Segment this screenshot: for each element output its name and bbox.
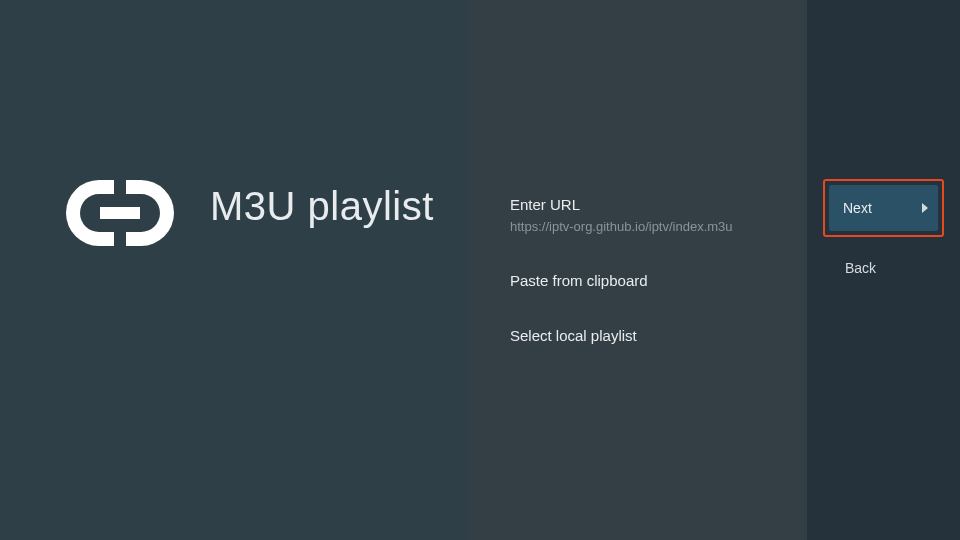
page-title: M3U playlist — [210, 184, 434, 229]
paste-clipboard-label: Paste from clipboard — [510, 272, 787, 289]
middle-panel: Enter URL https://iptv-org.github.io/ipt… — [469, 0, 807, 540]
back-button[interactable]: Back — [823, 255, 944, 277]
next-button-highlight: Next — [823, 179, 944, 237]
enter-url-label: Enter URL — [510, 196, 787, 213]
paste-clipboard-item[interactable]: Paste from clipboard — [510, 272, 787, 289]
link-icon — [66, 180, 174, 246]
next-button[interactable]: Next — [829, 185, 938, 231]
play-icon — [922, 203, 928, 213]
right-panel: Next Back — [807, 0, 960, 540]
select-local-item[interactable]: Select local playlist — [510, 327, 787, 344]
enter-url-item[interactable]: Enter URL https://iptv-org.github.io/ipt… — [510, 196, 787, 234]
back-label: Back — [845, 260, 876, 276]
enter-url-value: https://iptv-org.github.io/iptv/index.m3… — [510, 219, 787, 234]
select-local-label: Select local playlist — [510, 327, 787, 344]
left-panel: M3U playlist — [0, 0, 469, 540]
next-label: Next — [843, 200, 872, 216]
